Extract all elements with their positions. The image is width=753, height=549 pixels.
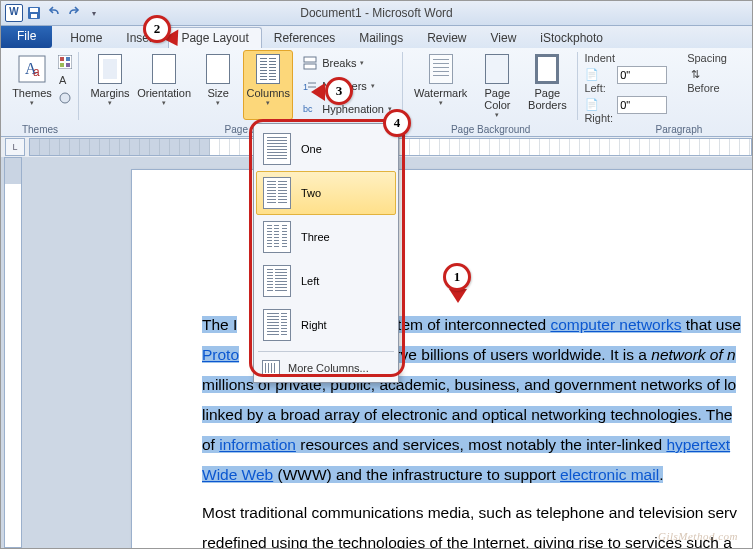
link-wide-web[interactable]: Wide Web [202,466,273,483]
vertical-ruler[interactable] [4,157,22,548]
svg-text:1: 1 [303,82,308,92]
chevron-down-icon: ▾ [371,82,375,90]
tab-home[interactable]: Home [58,28,114,48]
qat-redo-icon[interactable] [65,4,83,22]
columns-option-left[interactable]: Left [256,259,396,303]
watermark-text: GilsMethod.com [658,530,738,542]
hyphenation-label: Hyphenation [322,103,384,115]
tab-mailings[interactable]: Mailings [347,28,415,48]
qat-customize-icon[interactable]: ▾ [85,4,103,22]
hyphenation-icon: bc [302,101,318,117]
columns-option-three[interactable]: Three [256,215,396,259]
group-label-page-background: Page Background [403,124,578,135]
themes-icon: Aa [16,53,48,85]
svg-text:bc: bc [303,104,313,114]
word-app-icon[interactable]: W [5,4,23,22]
tab-selector[interactable]: L [5,138,25,156]
text-fragment: linked by a broad array of electronic an… [202,406,732,423]
columns-option-label: Two [301,187,321,199]
text-fragment: stem of interconnected [389,316,550,333]
orientation-button[interactable]: Orientation▾ [135,50,193,120]
window-title: Document1 - Microsoft Word [1,6,752,20]
menu-separator [258,351,394,352]
tab-view[interactable]: View [479,28,529,48]
text-fragment: Most traditional communications media, s… [202,504,737,521]
page-color-label: Page Color [484,87,510,111]
link-protocol[interactable]: Proto [202,346,239,363]
qat-save-icon[interactable] [25,4,43,22]
page-color-icon [481,53,513,85]
svg-rect-1 [30,8,38,12]
indent-right-label: 📄Right: [584,96,613,124]
columns-option-one[interactable]: One [256,127,396,171]
watermark-label: Watermark [414,87,467,99]
spacing-heading: Spacing [687,52,753,64]
theme-effects-icon[interactable] [57,90,73,106]
link-hypertext[interactable]: hypertext [666,436,730,453]
text-fragment: resources and services, most notably the… [296,436,666,453]
columns-option-label: Right [301,319,327,331]
text-fragment: redefined using the technologies of the … [202,534,732,548]
group-label-paragraph: Paragraph [578,124,753,135]
indent-heading: Indent [584,52,667,64]
text-fragment-italic: network of n [651,346,735,363]
group-page-background: Watermark▾ Page Color▾ Page Borders Page… [403,48,578,136]
text-fragment: (WWW) and the infrastructure to support [273,466,560,483]
text-fragment: serve billions of users worldwide. It is… [379,346,651,363]
page-color-button[interactable]: Page Color▾ [472,50,522,120]
columns-dropdown-menu: One Two Three Left Right More Columns... [253,123,399,383]
breaks-button[interactable]: Breaks ▾ [297,52,397,74]
qat-undo-icon[interactable] [45,4,63,22]
callout-1: 1 [443,263,471,291]
quick-access-toolbar: W ▾ [5,4,103,22]
tab-istockphoto[interactable]: iStockphoto [528,28,615,48]
page-borders-icon [531,53,563,85]
indent-left-label: 📄Left: [584,66,613,94]
chevron-down-icon: ▾ [495,111,499,119]
callout-2: 2 [143,15,171,43]
breaks-icon [302,55,318,71]
indent-right-icon: 📄 [584,96,600,112]
theme-colors-icon[interactable] [57,54,73,70]
chevron-down-icon: ▾ [162,99,166,107]
columns-more-label: More Columns... [288,362,369,374]
indent-left-input[interactable] [617,66,667,84]
link-computer-networks[interactable]: computer networks [550,316,681,333]
link-information[interactable]: information [219,436,296,453]
svg-rect-14 [304,64,316,69]
themes-button[interactable]: Aa Themes ▾ [7,50,57,120]
link-electronic-mail[interactable]: electronic mail [560,466,659,483]
columns-right-icon [263,309,291,341]
columns-button[interactable]: Columns▾ [243,50,293,120]
tab-review[interactable]: Review [415,28,478,48]
size-label: Size [208,87,229,99]
watermark-button[interactable]: Watermark▾ [409,50,472,120]
text-fragment: that use [681,316,740,333]
tab-references[interactable]: References [262,28,347,48]
columns-option-two[interactable]: Two [256,171,396,215]
orientation-label: Orientation [137,87,191,99]
columns-one-icon [263,133,291,165]
size-button[interactable]: Size▾ [193,50,243,120]
spacing-before-label: ⇅Before [687,66,719,94]
document-page[interactable]: The Istem of interconnected computer net… [131,169,752,548]
margins-button[interactable]: Margins▾ [85,50,135,120]
indent-right-input[interactable] [617,96,667,114]
more-columns-icon [262,360,280,376]
page-borders-button[interactable]: Page Borders [522,50,572,120]
group-themes: Aa Themes ▾ A Themes [1,48,79,136]
chevron-down-icon: ▾ [439,99,443,107]
callout-4: 4 [383,109,411,137]
chevron-down-icon: ▾ [266,99,270,107]
columns-option-right[interactable]: Right [256,303,396,347]
theme-fonts-icon[interactable]: A [57,72,73,88]
svg-rect-9 [60,63,64,67]
size-icon [202,53,234,85]
columns-more-option[interactable]: More Columns... [256,356,396,382]
callout-1-arrow [449,289,467,303]
breaks-label: Breaks [322,57,356,69]
tab-file[interactable]: File [1,26,52,48]
margins-label: Margins [90,87,129,99]
title-bar: W ▾ Document1 - Microsoft Word [1,1,752,26]
columns-option-label: Left [301,275,319,287]
